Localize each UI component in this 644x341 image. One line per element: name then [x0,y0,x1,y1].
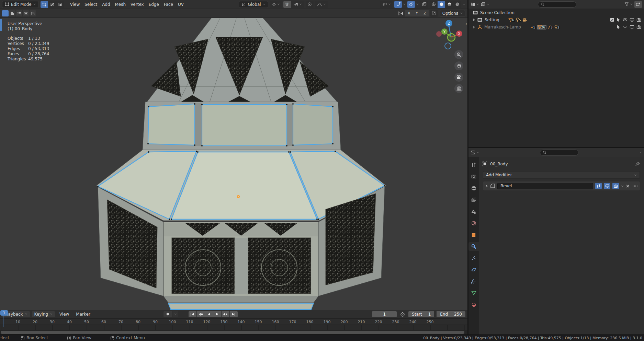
timeline-marker-menu[interactable]: Marker [74,311,92,317]
auto-keying-toggle[interactable] [163,311,172,317]
show-object-types-dropdown[interactable] [380,1,393,8]
disable-viewport-monitor-toggle[interactable] [630,18,634,22]
disclosure-triangle[interactable] [473,26,475,28]
snap-to-symmetry-toggle[interactable] [430,10,438,17]
tab-modifiers[interactable] [468,242,479,251]
show-gizmo-toggle[interactable] [394,1,402,8]
disable-render-camera-toggle[interactable] [636,25,641,29]
chevron-down-icon[interactable] [403,3,406,5]
modifier-extras-dropdown[interactable] [621,185,624,187]
xray-toggle[interactable] [420,1,428,8]
outliner-search-field[interactable] [538,1,576,8]
timeline-view-menu[interactable]: View [57,311,71,317]
timeline-scrollbar[interactable] [0,330,467,334]
hide-viewport-eye-closed-toggle[interactable] [623,25,628,29]
pin-icon[interactable] [635,162,640,166]
delete-modifier-icon[interactable] [626,184,630,188]
tab-physics[interactable] [469,266,478,274]
modifier-panel-bevel[interactable]: Bevel [483,181,640,190]
menu-item[interactable]: UV [176,1,186,8]
tab-object[interactable] [469,231,478,239]
select-set-button[interactable] [2,10,9,16]
edge-select-button[interactable] [48,1,56,8]
snap-magnet-toggle[interactable] [283,1,291,8]
current-frame-field[interactable]: 1 [372,311,397,317]
solid-shading-button[interactable] [438,1,445,8]
disable-render-camera-toggle[interactable] [636,18,641,22]
play-button[interactable] [213,311,221,317]
select-extend-button[interactable] [9,10,15,16]
editor-type-dropdown[interactable] [471,150,479,155]
timeline-ruler[interactable]: 1020304050607080901001101201301401501601… [0,319,467,325]
tab-output[interactable] [469,184,478,192]
menu-item[interactable]: Face [161,1,176,8]
exclude-checkbox[interactable] [610,17,614,22]
show-overlays-toggle[interactable] [407,1,415,8]
disclosure-triangle[interactable] [473,19,475,21]
tab-material[interactable] [469,301,478,309]
tab-view-layer[interactable] [469,196,478,204]
camera-view-button[interactable] [454,73,463,82]
menu-item[interactable]: Add [100,1,112,8]
transform-orientation-dropdown[interactable]: Global [239,1,268,8]
orthographic-grid-button[interactable] [454,84,463,93]
axis-neg-y-ball[interactable] [448,34,455,41]
pan-hand-button[interactable] [454,61,463,70]
filter-dropdown[interactable] [624,2,633,7]
navigation-gizmo[interactable]: Z Y X [434,19,465,50]
timeline-track[interactable] [0,325,467,330]
menu-item[interactable]: Select [82,1,100,8]
tab-scene[interactable] [469,207,478,216]
playhead-label[interactable]: 1 [0,310,8,316]
show-in-edit-mode-toggle[interactable] [595,183,602,189]
axis-neg-x-ball[interactable] [436,31,442,37]
add-modifier-dropdown[interactable]: Add Modifier [483,171,640,179]
toolbar-collapsed[interactable] [0,19,2,46]
menu-item[interactable]: View [68,1,82,8]
symmetry-z-button[interactable]: Z [421,10,429,16]
symmetry-x-button[interactable]: X [405,10,413,16]
select-subtract-button[interactable] [16,10,22,16]
symmetry-y-button[interactable]: Y [413,10,421,16]
selectable-toggle[interactable] [617,17,621,22]
tab-constraints[interactable] [469,277,478,286]
selectable-toggle[interactable] [617,25,621,29]
frame-start-field[interactable]: Start1 [408,311,434,317]
outliner-row-marrakesch-lamp[interactable]: Marrakesch-Lamp 5 26 3 3 [468,23,644,31]
mode-select-dropdown[interactable]: Edit Mode [2,1,39,8]
menu-item[interactable]: Edge [146,1,161,8]
options-dropdown[interactable]: Options [440,10,465,17]
select-intersect-button[interactable] [30,10,36,16]
zoom-button[interactable] [454,50,463,59]
drag-handle-icon[interactable] [632,185,638,187]
model-marrakesch-lamp[interactable] [0,18,467,310]
tab-render[interactable] [469,172,478,181]
auto-keying-dropdown[interactable] [173,311,178,317]
material-preview-button[interactable] [445,1,453,8]
rendered-shading-button[interactable] [453,1,461,8]
show-in-render-toggle[interactable] [612,183,619,189]
proportional-falloff-dropdown[interactable] [315,1,328,8]
display-mode-dropdown[interactable] [481,2,489,7]
tab-object-data[interactable] [469,289,478,297]
playhead-line[interactable] [3,316,3,327]
viewport-canvas[interactable]: User Perspective (1) 00_Body Objects1 / … [0,18,467,310]
tab-particles[interactable] [469,254,478,262]
jump-to-start-button[interactable] [189,311,196,317]
prev-keyframe-button[interactable] [197,311,205,317]
hide-viewport-eye-toggle[interactable] [623,18,628,22]
snap-target-dropdown[interactable] [291,1,304,8]
proportional-editing-toggle[interactable] [306,1,314,8]
wireframe-shading-button[interactable] [430,1,437,8]
tab-tool[interactable] [469,161,478,169]
modifier-name-field[interactable]: Bevel [497,183,593,189]
chevron-down-icon[interactable] [416,3,419,5]
new-collection-button[interactable] [634,1,642,8]
jump-to-end-button[interactable] [230,311,238,317]
vertex-select-button[interactable] [41,1,48,8]
tab-world[interactable] [469,219,478,227]
scrollbar-thumb[interactable] [1,331,464,334]
face-select-button[interactable] [56,1,64,8]
editor-type-dropdown[interactable] [471,2,479,7]
next-keyframe-button[interactable] [222,311,229,317]
